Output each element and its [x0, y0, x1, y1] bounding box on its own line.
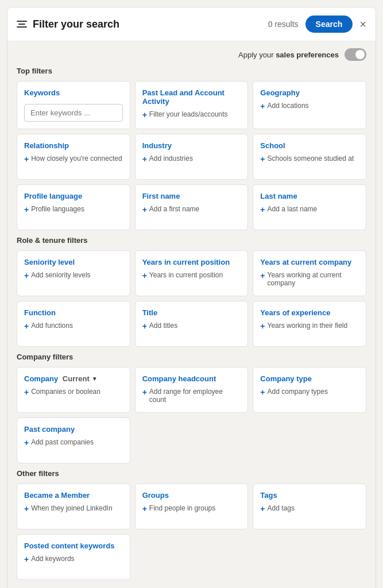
groups-text: Find people in groups: [149, 504, 215, 512]
years-experience-text: Years working in their field: [268, 322, 348, 330]
company-type-card: Company type + Add company types: [253, 367, 366, 413]
industry-card: Industry + Add industries: [135, 134, 249, 180]
relationship-title[interactable]: Relationship: [24, 141, 123, 150]
past-company-title[interactable]: Past company: [24, 425, 123, 434]
role-tenure-title: Role & tenure filters: [17, 236, 366, 245]
company-plus: +: [24, 388, 29, 397]
panel-title: Filter your search: [33, 18, 119, 30]
title-card-title[interactable]: Title: [142, 308, 241, 317]
became-member-plus: +: [24, 504, 29, 514]
tags-title[interactable]: Tags: [260, 491, 359, 500]
function-title[interactable]: Function: [24, 308, 123, 317]
years-experience-title[interactable]: Years of experience: [260, 308, 359, 317]
years-current-position-title[interactable]: Years in current position: [142, 258, 241, 266]
title-card: Title + Add titles: [135, 301, 249, 347]
company-headcount-card: Company headcount + Add range for employ…: [135, 367, 249, 413]
first-name-plus: +: [142, 205, 147, 215]
seniority-level-body: + Add seniority levels: [24, 271, 123, 281]
company-label: Company: [24, 374, 58, 383]
keywords-input[interactable]: [24, 104, 123, 122]
past-company-text: Add past companies: [31, 438, 94, 446]
header-left: Filter your search: [17, 18, 119, 30]
industry-text: Add industries: [149, 154, 193, 163]
school-body: + Schools someone studied at: [260, 154, 359, 164]
last-name-plus: +: [260, 205, 265, 215]
company-text: Companies or boolean: [31, 388, 100, 396]
filter-icon: [17, 21, 27, 28]
years-current-position-plus: +: [142, 271, 147, 281]
school-title[interactable]: School: [260, 141, 359, 150]
became-member-title[interactable]: Became a Member: [24, 491, 123, 500]
became-member-card: Became a Member + When they joined Linke…: [17, 483, 130, 529]
past-lead-title[interactable]: Past Lead and Account Activity: [142, 88, 241, 106]
role-tenure-grid: Seniority level + Add seniority levels Y…: [17, 250, 366, 347]
first-name-text: Add a first name: [149, 205, 199, 213]
keywords-title[interactable]: Keywords: [24, 88, 123, 97]
past-lead-body: + Filter your leads/accounts: [142, 110, 241, 120]
title-text: Add titles: [149, 322, 177, 330]
geography-body: + Add locations: [260, 102, 359, 111]
years-current-company-plus: +: [260, 271, 265, 281]
geography-title[interactable]: Geography: [260, 88, 359, 97]
became-member-text: When they joined LinkedIn: [31, 504, 112, 512]
header-right: 0 results Search ×: [268, 16, 366, 33]
industry-body: + Add industries: [142, 154, 241, 164]
last-name-body: + Add a last name: [260, 205, 359, 215]
geography-plus: +: [260, 102, 265, 111]
company-headcount-plus: +: [142, 388, 147, 397]
past-company-plus: +: [24, 438, 29, 448]
top-filters-grid: Keywords Past Lead and Account Activity …: [17, 81, 366, 230]
function-card: Function + Add functions: [17, 301, 130, 347]
years-experience-plus: +: [260, 322, 265, 331]
preferences-bold: sales preferences: [276, 51, 339, 59]
company-body: + Companies or boolean: [24, 388, 123, 397]
company-type-body: + Add company types: [260, 388, 359, 397]
title-body: + Add titles: [142, 322, 241, 331]
geography-card: Geography + Add locations: [253, 81, 366, 129]
posted-content-text: Add keywords: [31, 555, 74, 563]
posted-content-title[interactable]: Posted content keywords: [24, 541, 123, 550]
first-name-title[interactable]: First name: [142, 192, 241, 200]
title-plus: +: [142, 322, 147, 331]
other-filters-title: Other filters: [17, 469, 366, 478]
company-type-title[interactable]: Company type: [260, 374, 359, 383]
top-filters-section: Top filters Keywords Past Lead and Accou…: [17, 67, 366, 230]
company-headcount-body: + Add range for employee count: [142, 388, 241, 404]
years-current-position-card: Years in current position + Years in cur…: [135, 250, 249, 296]
years-current-company-title[interactable]: Years at current company: [260, 258, 359, 266]
first-name-body: + Add a first name: [142, 205, 241, 215]
tags-plus: +: [260, 504, 265, 514]
first-name-card: First name + Add a first name: [135, 184, 249, 230]
groups-title[interactable]: Groups: [142, 491, 241, 500]
company-headcount-text: Add range for employee count: [149, 388, 241, 404]
industry-title[interactable]: Industry: [142, 141, 241, 150]
company-card: Company Current ▼ + Companies or boolean: [17, 367, 130, 413]
top-filters-title: Top filters: [17, 67, 366, 75]
last-name-title[interactable]: Last name: [260, 192, 359, 200]
sales-preferences-toggle[interactable]: [345, 48, 366, 61]
relationship-card: Relationship + How closely you're connec…: [17, 134, 130, 180]
profile-language-card: Profile language + Profile languages: [17, 184, 130, 230]
company-card-title[interactable]: Company Current ▼: [24, 374, 123, 383]
years-experience-body: + Years working in their field: [260, 322, 359, 331]
tags-card: Tags + Add tags: [253, 483, 366, 529]
dropdown-arrow-icon: ▼: [92, 376, 98, 382]
posted-content-body: + Add keywords: [24, 555, 123, 564]
years-current-company-body: + Years working at current company: [260, 271, 359, 287]
company-headcount-title[interactable]: Company headcount: [142, 374, 241, 383]
company-type-text: Add company types: [268, 388, 328, 396]
posted-content-card: Posted content keywords + Add keywords: [17, 534, 130, 580]
years-current-position-text: Years in current position: [149, 271, 223, 279]
seniority-level-title[interactable]: Seniority level: [24, 258, 123, 266]
search-button[interactable]: Search: [305, 16, 353, 33]
profile-language-title[interactable]: Profile language: [24, 192, 123, 200]
school-card: School + Schools someone studied at: [253, 134, 366, 180]
years-current-company-card: Years at current company + Years working…: [253, 250, 366, 296]
years-current-position-body: + Years in current position: [142, 271, 241, 281]
close-button[interactable]: ×: [359, 18, 366, 31]
company-dropdown[interactable]: Current ▼: [60, 374, 97, 383]
school-plus: +: [260, 154, 265, 164]
tags-body: + Add tags: [260, 504, 359, 514]
industry-plus: +: [142, 154, 147, 164]
past-lead-card: Past Lead and Account Activity + Filter …: [135, 81, 249, 129]
